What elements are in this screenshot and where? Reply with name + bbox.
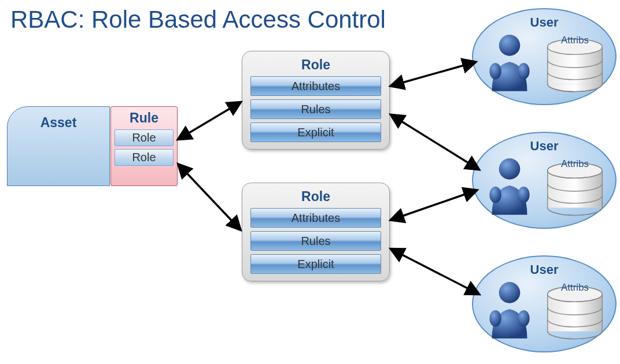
svg-point-1 [489,63,501,80]
user-oval: User Attribs [472,132,617,229]
database-icon [544,162,606,222]
person-icon [486,280,533,344]
role-rules-cell: Rules [250,99,381,119]
attribs-label: Attribs [549,35,600,46]
user-oval: User [472,8,617,105]
rule-role-cell: Role [115,149,174,166]
asset-box: Asset [7,106,110,186]
svg-point-8 [518,187,529,203]
role-title: Role [250,189,381,205]
svg-point-6 [499,158,521,180]
role-explicit-cell: Explicit [250,122,381,142]
user-label: User [473,139,615,154]
asset-label: Asset [8,115,109,131]
svg-point-13 [489,310,501,327]
database-icon [544,285,606,346]
person-icon [486,32,533,97]
svg-point-14 [518,310,529,327]
svg-line-22 [392,191,475,220]
role-attributes-cell: Attributes [250,76,381,96]
user-label: User [473,262,615,277]
svg-line-23 [392,250,478,294]
svg-line-20 [392,62,474,86]
diagram-title: RBAC: Role Based Access Control [10,6,386,34]
attribs-label: Attribs [549,282,600,294]
database-icon [544,38,606,98]
role-title: Role [250,57,381,73]
svg-line-18 [179,103,239,139]
svg-line-21 [392,116,478,169]
user-label: User [473,15,615,30]
role-rules-cell: Rules [250,231,381,251]
svg-point-0 [499,35,521,56]
attribs-label: Attribs [549,158,600,170]
rule-label: Rule [115,110,174,126]
svg-point-2 [518,63,529,80]
svg-line-19 [179,165,239,229]
user-oval: User Attribs [472,255,617,352]
svg-point-7 [489,187,501,203]
role-card: Role Attributes Rules Explicit [242,51,390,150]
role-card: Role Attributes Rules Explicit [242,183,390,281]
svg-point-12 [499,282,521,303]
rule-box: Rule Role Role [110,106,178,186]
role-attributes-cell: Attributes [250,208,381,228]
rule-role-cell: Role [115,129,174,146]
person-icon [486,156,533,221]
role-explicit-cell: Explicit [250,254,381,274]
